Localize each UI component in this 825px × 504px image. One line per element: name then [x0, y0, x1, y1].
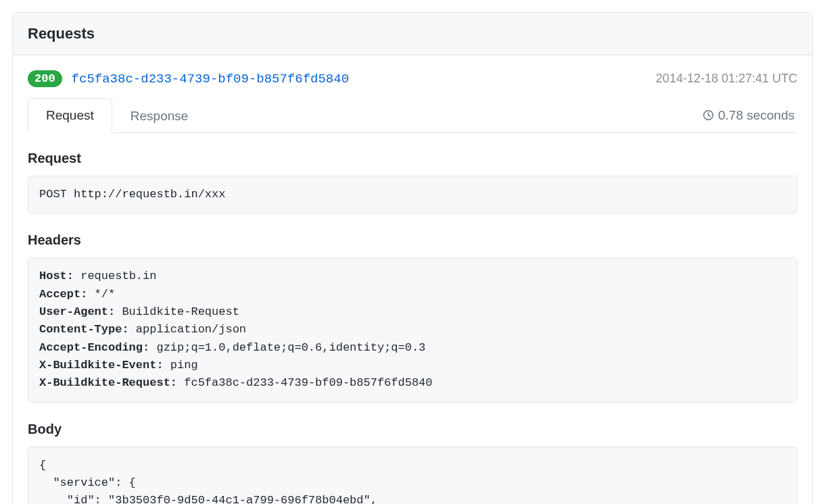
header-value: Buildkite-Request	[115, 305, 239, 318]
duration-text: 0.78 seconds	[718, 108, 795, 123]
header-line: X-Buildkite-Event: ping	[39, 357, 786, 374]
header-value: */*	[87, 288, 115, 301]
header-line: User-Agent: Buildkite-Request	[39, 303, 786, 321]
header-value: ping	[164, 359, 198, 372]
header-key: User-Agent:	[39, 305, 115, 318]
timestamp-label: 2014-12-18 01:27:41 UTC	[656, 72, 797, 86]
clock-icon	[703, 109, 714, 121]
request-details: 200 fc5fa38c-d233-4739-bf09-b857f6fd5840…	[13, 55, 812, 504]
header-value: fc5fa38c-d233-4739-bf09-b857f6fd5840	[177, 376, 432, 389]
header-line: Accept-Encoding: gzip;q=1.0,deflate;q=0.…	[39, 339, 786, 357]
header-key: Accept-Encoding:	[39, 341, 149, 354]
http-method: POST	[39, 188, 67, 201]
header-value: application/json	[129, 323, 246, 336]
panel-title: Requests	[13, 13, 812, 55]
body-section-heading: Body	[28, 422, 797, 437]
tab-request[interactable]: Request	[28, 98, 112, 133]
request-url: http://requestb.in/xxx	[74, 188, 225, 201]
request-section-heading: Request	[28, 151, 797, 166]
body-box: { "service": { "id": "3b3503f0-9d50-44c1…	[28, 447, 797, 504]
header-key: Accept:	[39, 288, 87, 301]
header-value: gzip;q=1.0,deflate;q=0.6,identity;q=0.3	[149, 341, 425, 354]
header-line: X-Buildkite-Request: fc5fa38c-d233-4739-…	[39, 374, 786, 392]
header-key: Host:	[39, 270, 74, 282]
header-line: Accept: */*	[39, 286, 786, 303]
header-key: X-Buildkite-Request:	[39, 376, 177, 389]
status-badge: 200	[28, 70, 62, 87]
summary-row: 200 fc5fa38c-d233-4739-bf09-b857f6fd5840…	[28, 70, 797, 87]
header-line: Host: requestb.in	[39, 268, 786, 285]
header-key: Content-Type:	[39, 323, 129, 336]
header-value: requestb.in	[74, 270, 156, 282]
request-uuid-link[interactable]: fc5fa38c-d233-4739-bf09-b857f6fd5840	[72, 72, 349, 86]
header-key: X-Buildkite-Event:	[39, 359, 164, 372]
request-line-box: POST http://requestb.in/xxx	[28, 176, 797, 213]
header-line: Content-Type: application/json	[39, 321, 786, 338]
tab-response[interactable]: Response	[112, 99, 207, 133]
headers-section-heading: Headers	[28, 232, 797, 248]
duration-label: 0.78 seconds	[703, 108, 797, 123]
requests-panel: Requests 200 fc5fa38c-d233-4739-bf09-b85…	[12, 12, 813, 504]
headers-box: Host: requestb.inAccept: */*User-Agent: …	[28, 257, 797, 402]
tab-bar: Request Response 0.78 seconds	[28, 98, 797, 133]
